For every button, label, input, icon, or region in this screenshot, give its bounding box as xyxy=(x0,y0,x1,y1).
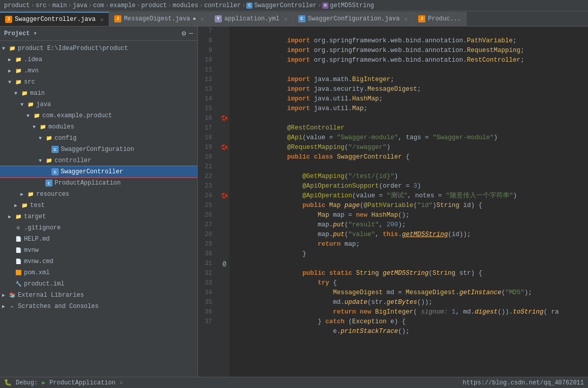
tree-item-gitignore[interactable]: ⚙ .gitignore xyxy=(0,222,197,234)
sidebar-tree: ▼ 📁 product E:\IdeaProduct\product ▶ 📁 .… xyxy=(0,41,197,377)
tree-item-product-iml[interactable]: 🔧 product.iml xyxy=(0,278,197,290)
tree-item-mvnw[interactable]: 📄 mvnw xyxy=(0,245,197,256)
sidebar-icon-minimize[interactable]: — xyxy=(189,29,193,38)
icon-helpmd: 📄 xyxy=(14,236,22,243)
breadcrumb-main[interactable]: main xyxy=(52,2,67,9)
main-layout: Project ▾ ⚙ — ▼ 📁 product E:\IdeaProduct… xyxy=(0,27,588,377)
folder-icon-controller: 📁 xyxy=(45,157,53,164)
breadcrumb-src[interactable]: src xyxy=(36,2,47,9)
breadcrumb-swagger-controller[interactable]: SwaggerController xyxy=(254,2,316,9)
tree-item-idea[interactable]: ▶ 📁 .idea xyxy=(0,54,197,65)
tree-label-config: config xyxy=(55,135,76,142)
app-tab-close[interactable]: ✕ xyxy=(119,379,123,386)
tab-modified-2: ● xyxy=(193,16,196,22)
code-container[interactable]: 7 8 9 10 11 12 13 14 15 16 17 18 19 20 2… xyxy=(198,27,588,377)
tree-item-modules[interactable]: ▼ 📁 modules xyxy=(0,121,197,133)
tree-label-com-example: com.example.product xyxy=(42,112,112,119)
app-label[interactable]: ProductApplication xyxy=(49,379,116,386)
tree-label-ext-libs: External Libraries xyxy=(18,292,84,299)
folder-icon-resources: 📁 xyxy=(27,191,35,198)
tab-message-digest[interactable]: J MessageDigest.java ● ✕ xyxy=(109,12,210,26)
tree-item-swagger-controller[interactable]: C SwaggerController xyxy=(0,166,197,177)
tab-icon-yaml: Y xyxy=(215,15,222,22)
icon-product-iml: 🔧 xyxy=(14,280,22,288)
tab-close-1[interactable]: ✕ xyxy=(100,16,104,23)
breadcrumb-java[interactable]: java xyxy=(72,2,87,9)
tab-application-yml[interactable]: Y application.yml ✕ xyxy=(210,12,293,26)
tree-item-mvn[interactable]: ▶ 📁 .mvn xyxy=(0,65,197,76)
tab-label-swagger: SwaggerController.java xyxy=(15,16,95,23)
folder-icon-src: 📁 xyxy=(14,79,22,86)
tab-label-yml: application.yml xyxy=(224,15,279,22)
code-content[interactable]: import org.springframework.web.bind.anno… xyxy=(229,27,588,377)
tab-close-3[interactable]: ✕ xyxy=(284,16,288,22)
folder-icon-java: 📁 xyxy=(27,101,35,108)
tree-item-java[interactable]: ▼ 📁 java xyxy=(0,99,197,110)
code-line-11: import java.math.BigInteger; xyxy=(234,65,584,75)
folder-icon-target: 📁 xyxy=(14,213,22,220)
tab-label-product: Produc... xyxy=(428,15,461,22)
code-line-7: import org.springframework.web.bind.anno… xyxy=(234,27,584,36)
tab-close-4[interactable]: ✕ xyxy=(404,16,408,22)
tree-label-modules: modules xyxy=(48,123,74,131)
folder-icon-modules: 📁 xyxy=(39,123,47,131)
sidebar-icon-gear[interactable]: ⚙ xyxy=(182,29,186,38)
tree-item-controller[interactable]: ▼ 📁 controller xyxy=(0,155,197,166)
tree-label-swagger-controller: SwaggerController xyxy=(61,168,123,175)
method-breadcrumb-icon: m xyxy=(322,3,328,9)
tree-item-src[interactable]: ▼ 📁 src xyxy=(0,76,197,88)
tree-item-config[interactable]: ▼ 📁 config xyxy=(0,133,197,144)
tab-swagger-controller[interactable]: J SwaggerController.java ✕ xyxy=(0,12,109,26)
breadcrumb-product[interactable]: product xyxy=(4,2,30,9)
tree-item-target[interactable]: ▶ 📁 target xyxy=(0,211,197,222)
tree-item-com-example[interactable]: ▼ 📁 com.example.product xyxy=(0,110,197,121)
tree-item-resources[interactable]: ▶ 📁 resources xyxy=(0,189,197,200)
breadcrumb-method[interactable]: getMD5String xyxy=(330,2,374,9)
tree-label-mvn: .mvn xyxy=(24,67,39,74)
folder-icon-main: 📁 xyxy=(20,90,29,97)
class-icon-swaggercontroller: C xyxy=(51,168,59,175)
tree-item-scratches[interactable]: ▶ ✏ Scratches and Consoles xyxy=(0,301,197,312)
bottom-url[interactable]: https://blog.csdn.net/qq_40762011 xyxy=(463,379,584,386)
bottom-left: 🐛 Debug: ▶ ProductApplication ✕ xyxy=(4,379,123,386)
tree-item-product-root[interactable]: ▼ 📁 product E:\IdeaProduct\product xyxy=(0,43,197,54)
breadcrumb-product2[interactable]: product xyxy=(141,2,167,9)
tree-item-pom-xml[interactable]: 🟧 pom.xml xyxy=(0,267,197,278)
code-line-16: @RestController xyxy=(234,114,584,123)
tab-icon-config: C xyxy=(298,15,305,22)
icon-mvnw-cmd: 📄 xyxy=(14,258,22,265)
tree-item-swagger-config[interactable]: C SwaggerConfiguration xyxy=(0,144,197,155)
folder-icon-mvn: 📁 xyxy=(14,67,22,74)
folder-icon-test: 📁 xyxy=(20,202,29,209)
icon-gitignore: ⚙ xyxy=(14,224,22,231)
app-run-icon: ▶ xyxy=(42,379,45,386)
breadcrumb-modules[interactable]: modules xyxy=(173,2,198,9)
sidebar-title: Project ▾ xyxy=(4,30,37,37)
tree-item-mvnw-cmd[interactable]: 📄 mvnw.cmd xyxy=(0,256,197,267)
sidebar-header-actions: ⚙ — xyxy=(182,29,193,38)
tree-label-product-app: ProductApplication xyxy=(55,179,121,187)
tab-swagger-config[interactable]: C SwaggerConfiguration.java ✕ xyxy=(293,12,414,26)
debug-label: Debug: xyxy=(16,379,38,386)
tree-item-main[interactable]: ▼ 📁 main xyxy=(0,88,197,99)
tree-item-ext-libs[interactable]: ▶ 📚 External Libraries xyxy=(0,290,197,301)
folder-icon-product: 📁 xyxy=(8,45,16,52)
sidebar-header: Project ▾ ⚙ — xyxy=(0,27,197,41)
sidebar: Project ▾ ⚙ — ▼ 📁 product E:\IdeaProduct… xyxy=(0,27,198,377)
tab-product-app[interactable]: J Produc... xyxy=(413,12,467,26)
tab-icon-java2: J xyxy=(114,15,121,22)
tree-label-mvnw-cmd: mvnw.cmd xyxy=(24,258,54,265)
tree-label-idea: .idea xyxy=(24,56,42,63)
breadcrumb-controller[interactable]: controller xyxy=(204,2,241,9)
breadcrumb-com[interactable]: com xyxy=(93,2,104,9)
icon-ext-libs: 📚 xyxy=(8,292,16,299)
tree-item-product-app[interactable]: C ProductApplication xyxy=(0,177,197,189)
editor-area: 7 8 9 10 11 12 13 14 15 16 17 18 19 20 2… xyxy=(198,27,588,377)
tab-close-2[interactable]: ✕ xyxy=(200,16,204,22)
tree-label-java: java xyxy=(36,101,51,108)
tree-item-helpmd[interactable]: 📄 HELP.md xyxy=(0,234,197,245)
icon-scratches: ✏ xyxy=(8,303,16,310)
code-line-31: public static String getMD5String(String… xyxy=(234,259,584,269)
tree-item-test[interactable]: ▶ 📁 test xyxy=(0,200,197,211)
breadcrumb-example[interactable]: example xyxy=(110,2,135,9)
